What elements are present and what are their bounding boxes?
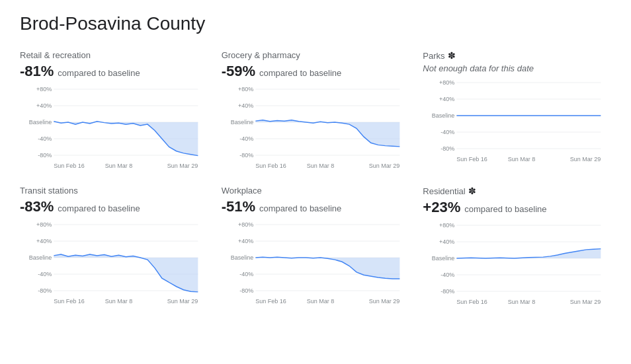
svg-text:+80%: +80% — [36, 221, 52, 228]
asterisk-icon: ✽ — [448, 50, 456, 61]
svg-text:Sun Mar 29: Sun Mar 29 — [368, 163, 400, 169]
svg-text:+40%: +40% — [36, 238, 52, 244]
svg-text:Sun Feb 16: Sun Feb 16 — [54, 163, 85, 169]
svg-text:+80%: +80% — [238, 221, 253, 228]
svg-text:Sun Mar 29: Sun Mar 29 — [167, 163, 198, 169]
svg-text:-80%: -80% — [239, 287, 253, 294]
chart-category-workplace: Workplace — [222, 186, 410, 196]
svg-text:+40%: +40% — [439, 96, 454, 102]
svg-text:Sun Mar 8: Sun Mar 8 — [306, 298, 334, 305]
chart-category-parks: Parks ✽ — [423, 50, 611, 61]
chart-svg-container-residential: +80%+40%Baseline-40%-80%Sun Feb 16Sun Ma… — [423, 220, 611, 306]
value-row-transit: -83%compared to baseline — [20, 198, 208, 215]
value-row-retail: -81%compared to baseline — [20, 63, 208, 80]
svg-text:-80%: -80% — [239, 152, 253, 159]
svg-text:+80%: +80% — [36, 86, 52, 92]
svg-text:+40%: +40% — [36, 102, 52, 109]
value-row-residential: +23%compared to baseline — [423, 199, 611, 216]
chart-card-transit: Transit stations-83%compared to baseline… — [20, 186, 208, 306]
svg-text:Baseline: Baseline — [230, 119, 253, 126]
svg-text:+40%: +40% — [439, 238, 454, 245]
chart-label-workplace: compared to baseline — [259, 203, 341, 213]
chart-value-workplace: -51% — [222, 198, 255, 215]
svg-text:Baseline: Baseline — [29, 119, 52, 126]
svg-text:Sun Mar 29: Sun Mar 29 — [570, 299, 601, 305]
svg-text:Sun Feb 16: Sun Feb 16 — [255, 298, 286, 305]
svg-text:-40%: -40% — [441, 129, 455, 135]
svg-text:+80%: +80% — [439, 222, 454, 229]
chart-category-transit: Transit stations — [20, 186, 208, 196]
svg-text:-80%: -80% — [38, 287, 52, 294]
svg-text:Baseline: Baseline — [29, 254, 52, 261]
no-data-text-parks: Not enough data for this date — [423, 63, 611, 73]
chart-card-workplace: Workplace-51%compared to baseline+80%+40… — [222, 186, 410, 306]
page-title: Brod-Posavina County — [20, 13, 611, 34]
svg-text:Sun Mar 29: Sun Mar 29 — [368, 298, 400, 305]
value-row-grocery: -59%compared to baseline — [222, 63, 410, 80]
svg-text:-80%: -80% — [441, 288, 455, 295]
svg-text:Sun Mar 8: Sun Mar 8 — [105, 298, 133, 305]
charts-grid: Retail & recreation-81%compared to basel… — [20, 50, 611, 306]
chart-svg-container-grocery: +80%+40%Baseline-40%-80%Sun Feb 16Sun Ma… — [222, 84, 410, 170]
svg-text:-40%: -40% — [239, 271, 253, 277]
value-row-workplace: -51%compared to baseline — [222, 198, 410, 215]
chart-svg-container-retail: +80%+40%Baseline-40%-80%Sun Feb 16Sun Ma… — [20, 84, 208, 170]
svg-text:-40%: -40% — [38, 271, 52, 277]
svg-text:Sun Mar 29: Sun Mar 29 — [167, 298, 198, 305]
chart-card-parks: Parks ✽Not enough data for this date+80%… — [423, 50, 611, 170]
svg-text:Sun Mar 8: Sun Mar 8 — [508, 156, 536, 163]
chart-label-residential: compared to baseline — [464, 204, 546, 214]
svg-text:+80%: +80% — [439, 79, 454, 86]
chart-svg-container-parks: +80%+40%Baseline-40%-80%Sun Feb 16Sun Ma… — [423, 77, 611, 163]
chart-label-grocery: compared to baseline — [259, 68, 341, 78]
chart-label-retail: compared to baseline — [58, 68, 140, 78]
svg-text:Baseline: Baseline — [432, 255, 455, 262]
svg-text:Sun Mar 8: Sun Mar 8 — [306, 163, 334, 169]
chart-svg-container-workplace: +80%+40%Baseline-40%-80%Sun Feb 16Sun Ma… — [222, 219, 410, 305]
chart-card-residential: Residential ✽+23%compared to baseline+80… — [423, 186, 611, 306]
chart-value-retail: -81% — [20, 63, 54, 79]
svg-text:Baseline: Baseline — [432, 112, 455, 119]
chart-category-retail: Retail & recreation — [20, 50, 208, 60]
svg-text:Sun Feb 16: Sun Feb 16 — [255, 163, 286, 169]
svg-text:-40%: -40% — [441, 272, 455, 278]
svg-text:Sun Feb 16: Sun Feb 16 — [457, 299, 488, 305]
chart-category-residential: Residential ✽ — [423, 186, 611, 196]
svg-text:Baseline: Baseline — [230, 254, 253, 261]
svg-text:-40%: -40% — [239, 135, 253, 142]
svg-text:Sun Feb 16: Sun Feb 16 — [54, 298, 85, 305]
asterisk-icon: ✽ — [468, 186, 476, 196]
svg-text:+40%: +40% — [238, 102, 253, 109]
svg-text:-40%: -40% — [38, 135, 52, 142]
svg-text:+40%: +40% — [238, 238, 253, 244]
chart-value-transit: -83% — [20, 198, 54, 215]
chart-category-grocery: Grocery & pharmacy — [222, 50, 410, 60]
svg-text:-80%: -80% — [441, 145, 455, 152]
svg-text:Sun Mar 8: Sun Mar 8 — [105, 163, 133, 169]
chart-svg-container-transit: +80%+40%Baseline-40%-80%Sun Feb 16Sun Ma… — [20, 219, 208, 305]
chart-value-residential: +23% — [423, 199, 460, 215]
chart-card-grocery: Grocery & pharmacy-59%compared to baseli… — [222, 50, 410, 170]
svg-text:+80%: +80% — [238, 86, 253, 92]
svg-text:Sun Mar 29: Sun Mar 29 — [570, 156, 601, 163]
svg-text:Sun Feb 16: Sun Feb 16 — [457, 156, 488, 163]
chart-value-grocery: -59% — [222, 63, 255, 79]
svg-text:-80%: -80% — [38, 152, 52, 159]
chart-label-transit: compared to baseline — [58, 203, 140, 213]
svg-text:Sun Mar 8: Sun Mar 8 — [508, 299, 536, 305]
chart-card-retail: Retail & recreation-81%compared to basel… — [20, 50, 208, 170]
